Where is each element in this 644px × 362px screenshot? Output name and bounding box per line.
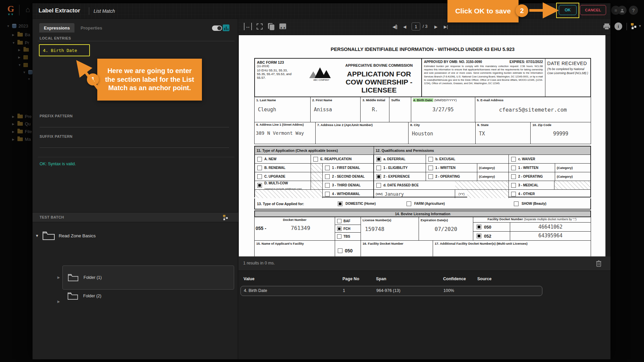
caret-down-icon[interactable]: ▼ bbox=[35, 234, 39, 238]
form-title: PERSONALLY IDENTIFIABLE INFORMATION - WI… bbox=[254, 47, 591, 52]
app-logo-leaves-icon: ▼▼ bbox=[7, 13, 14, 16]
form-rev: (11-2019) bbox=[257, 64, 306, 68]
mm-label: (MM) bbox=[376, 192, 383, 196]
caret-right-icon[interactable]: ▶ bbox=[12, 33, 15, 37]
city-value: Houston bbox=[409, 127, 475, 137]
tree-item-ma[interactable]: ▶Ma bbox=[12, 137, 31, 142]
label-experience: 2 - EXPERIENCE bbox=[383, 175, 410, 178]
sec13-title: 13. Type of Cow Applied for: bbox=[255, 202, 338, 206]
hierarchy-icon[interactable] bbox=[222, 214, 229, 221]
preview-toggle[interactable] bbox=[212, 25, 222, 31]
database-icon bbox=[12, 24, 16, 28]
email-label: 5. E-mail Address bbox=[475, 97, 591, 102]
tree-label: File bbox=[25, 129, 32, 134]
results-summary: 1 results in 0 ms. bbox=[243, 261, 275, 265]
tree-item-qu[interactable]: ▶Qu bbox=[12, 121, 31, 126]
caret-right-icon[interactable]: ▶ bbox=[12, 122, 15, 126]
label-baf: BAF bbox=[343, 219, 351, 223]
batch-tree-icon[interactable] bbox=[630, 22, 638, 30]
caret-down-icon[interactable]: ▼ bbox=[12, 41, 15, 45]
first-page-icon[interactable]: ◀| bbox=[392, 24, 397, 29]
caret-right-icon[interactable]: ▶ bbox=[12, 130, 15, 133]
test-batch-label: TEST BATCH bbox=[40, 215, 64, 219]
middle-initial-label: 3. Middle Initial bbox=[361, 97, 389, 102]
app-logo[interactable]: G ▼▼ bbox=[7, 4, 14, 16]
tab-expressions[interactable]: Expressions bbox=[39, 23, 74, 33]
checkbox-operating-c bbox=[511, 174, 516, 179]
caret-right-icon[interactable]: ▶ bbox=[57, 300, 61, 303]
tree-item[interactable]: ▼ bbox=[18, 63, 28, 67]
tree-label: Pre bbox=[25, 114, 32, 119]
suffix-pattern-input[interactable] bbox=[40, 140, 229, 148]
test-batch-header: TEST BATCH bbox=[33, 212, 238, 222]
result-row[interactable]: 4. Birth Date 1 964-976 (13) 100% bbox=[240, 286, 542, 296]
last-page-icon[interactable]: ▶| bbox=[444, 24, 448, 29]
application-title: APPLICATION FOR COW OWNERSHIP - LICENSEE bbox=[337, 70, 421, 94]
expiration-value: 07/2020 bbox=[419, 222, 473, 232]
fit-width-icon[interactable]: ↔ bbox=[244, 23, 252, 30]
image-icon[interactable]: ▲▲ bbox=[279, 23, 286, 29]
caret-right-icon[interactable]: ▶ bbox=[57, 276, 61, 279]
info-icon[interactable]: i bbox=[614, 22, 622, 30]
caret-down-icon[interactable]: ▼ bbox=[28, 77, 31, 81]
burden-statement: Estimated burden per response to comply … bbox=[424, 65, 543, 85]
tree-item-2023[interactable]: ▼2023 bbox=[7, 23, 28, 28]
database-icon bbox=[28, 70, 33, 74]
caret-down-icon[interactable]: ▼ bbox=[18, 63, 21, 67]
chart-icon[interactable] bbox=[223, 24, 229, 31]
tree-label: 2023 bbox=[18, 23, 28, 28]
test-batch-folder-1[interactable]: Folder (1) bbox=[62, 265, 234, 290]
trash-icon[interactable] bbox=[595, 260, 602, 267]
caret-right-icon[interactable]: ▶ bbox=[12, 115, 15, 118]
last-name-label: 1. Last Name bbox=[255, 97, 310, 102]
local-entry-birth-date[interactable]: 4. Birth Date bbox=[39, 44, 90, 56]
ok-button[interactable]: OK bbox=[559, 5, 577, 15]
sec11-title: 11. Type of Application (Check applicabl… bbox=[255, 146, 374, 155]
prefix-pattern-input[interactable] bbox=[40, 119, 229, 127]
document-page[interactable]: PERSONALLY IDENTIFIABLE INFORMATION - WI… bbox=[239, 35, 605, 256]
col-span: Span bbox=[376, 277, 386, 281]
tree-item-file[interactable]: ▶File bbox=[12, 129, 32, 134]
test-batch-root[interactable]: ▼ Read Zone Basics bbox=[35, 230, 96, 241]
tree-item[interactable]: ▶ bbox=[18, 55, 28, 59]
dialog-title: Label Extractor bbox=[39, 7, 80, 14]
cancel-button[interactable]: CANCEL bbox=[580, 5, 606, 15]
dropdown-arrow-icon[interactable]: ▼ bbox=[638, 24, 642, 28]
home-icon[interactable]: ⌂ bbox=[25, 5, 30, 14]
checkbox-farm bbox=[407, 201, 411, 206]
checkbox-experience bbox=[376, 174, 381, 179]
prev-page-icon[interactable]: ◀ bbox=[403, 24, 406, 29]
tree-item[interactable]: ▼ bbox=[28, 77, 31, 81]
print-icon[interactable] bbox=[603, 22, 611, 31]
caret-right-icon[interactable]: ▶ bbox=[18, 56, 21, 59]
root-folder-label: Read Zone Basics bbox=[59, 233, 96, 238]
dialog-subtitle: List Match bbox=[94, 8, 115, 14]
pages-icon[interactable] bbox=[268, 23, 274, 30]
results-table: Value Page No Span Confidence Source 4. … bbox=[238, 277, 610, 296]
label-eligibility: 1 - ELIGIBILITY bbox=[383, 166, 408, 170]
page-number-input[interactable] bbox=[412, 22, 420, 31]
expiration-label: Expiration Date(s) bbox=[419, 217, 473, 222]
label-waiver: c. WAIVER bbox=[518, 157, 535, 161]
address2-label: 7. Address Line 2 (Apt./Unit Number) bbox=[316, 122, 408, 127]
tree-item[interactable]: ▼ bbox=[23, 70, 33, 74]
help-icon[interactable]: ? bbox=[629, 6, 638, 15]
callout-step1-text: Here we are going to enter the section l… bbox=[102, 67, 197, 93]
caret-down-icon[interactable]: ▼ bbox=[23, 71, 26, 74]
caret-right-icon[interactable]: ▶ bbox=[12, 138, 15, 141]
tree-item[interactable]: ▶ bbox=[18, 48, 29, 52]
date-received-title: DATE RECIEVED bbox=[547, 61, 589, 66]
docket-number-label: Docket Number bbox=[255, 217, 335, 222]
user-avatar-icon[interactable] bbox=[618, 6, 627, 15]
test-batch-folder-2[interactable]: Folder (2) bbox=[67, 291, 101, 301]
facility-name-label: 15. Name of Applicant's Facility bbox=[255, 241, 335, 245]
next-page-icon[interactable]: ▶ bbox=[434, 24, 437, 29]
caret-down-icon[interactable]: ▼ bbox=[7, 24, 10, 28]
caret-right-icon[interactable]: ▶ bbox=[18, 48, 21, 52]
tree-item-ba[interactable]: ▶Ba bbox=[12, 32, 30, 37]
marquee-select-icon[interactable] bbox=[257, 23, 263, 29]
tree-item-pre[interactable]: ▶Pre bbox=[12, 114, 32, 119]
folder-icon bbox=[67, 291, 78, 301]
tab-properties[interactable]: Properties bbox=[75, 23, 107, 33]
tree-item-pr[interactable]: ▼Pr bbox=[12, 40, 29, 45]
